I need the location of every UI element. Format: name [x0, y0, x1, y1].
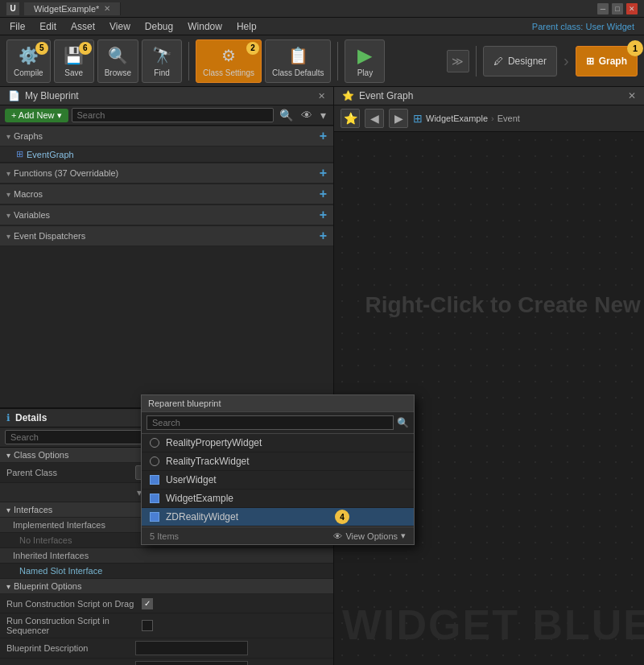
variables-add-button[interactable]: + — [320, 208, 327, 222]
reparent-circle-icon — [150, 438, 159, 448]
functions-section-header[interactable]: ▾ Functions (37 Overridable) + — [0, 163, 333, 184]
search-input[interactable] — [77, 110, 268, 120]
details-title: Details — [15, 412, 47, 423]
browse-icon: 🔍 — [105, 44, 130, 67]
event-dispatchers-section-header[interactable]: ▾ Event Dispatchers + — [0, 225, 333, 246]
nav-double-right[interactable]: ≫ — [447, 50, 469, 72]
add-new-dropdown-icon: ▾ — [57, 110, 62, 121]
bp-description-input[interactable] — [135, 641, 248, 655]
implemented-interfaces-label: Implemented Interfaces — [13, 520, 105, 530]
run-construction-sequencer-checkbox[interactable] — [142, 620, 153, 631]
toolbar-right: ≫ 🖊 Designer › 1 ⊞ Graph — [447, 46, 638, 76]
class-options-arrow: ▾ — [6, 451, 10, 460]
designer-label: Designer — [508, 56, 547, 67]
graph-button[interactable]: 1 ⊞ Graph — [576, 46, 638, 76]
reparent-item-1[interactable]: RealityTrackWidget — [142, 452, 414, 471]
play-button[interactable]: ▶ Play — [345, 39, 385, 83]
play-icon: ▶ — [352, 44, 378, 67]
compile-button[interactable]: 5 ⚙️ Compile — [6, 39, 51, 83]
event-dispatchers-label: Event Dispatchers — [14, 231, 85, 241]
designer-button[interactable]: 🖊 Designer — [483, 46, 557, 76]
maximize-button[interactable]: □ — [612, 3, 623, 14]
my-blueprint-tab[interactable]: 📄 My Blueprint ✕ — [0, 87, 333, 105]
breadcrumb-separator: › — [491, 114, 494, 123]
bp-category-input[interactable] — [135, 661, 248, 665]
view-options-arrow-icon: ▾ — [401, 531, 406, 541]
event-graph-tab[interactable]: ⭐ Event Graph ✕ — [334, 87, 644, 105]
inherited-interfaces-section: Inherited Interfaces — [0, 548, 333, 564]
compile-badge: 5 — [35, 42, 48, 55]
interfaces-label: Interfaces — [14, 505, 52, 514]
event-graph-item[interactable]: ⊞ EventGraph — [0, 147, 333, 163]
class-options-label: Class Options — [14, 450, 68, 460]
graph-back-button[interactable]: ◀ — [365, 109, 384, 128]
view-options-button[interactable]: 👁 View Options ▾ — [333, 531, 406, 541]
run-construction-drag-row: Run Construction Script on Drag — [0, 594, 333, 613]
my-blueprint-title: My Blueprint — [25, 90, 79, 101]
title-tab[interactable]: WidgetExample* ✕ — [24, 2, 121, 15]
my-blueprint-icon: 📄 — [8, 90, 20, 101]
event-graph-tab-close[interactable]: ✕ — [628, 90, 636, 101]
menu-window[interactable]: Window — [181, 19, 229, 34]
graph-home-button[interactable]: ⭐ — [341, 109, 360, 128]
toolbar-separator — [188, 42, 189, 81]
menu-file[interactable]: File — [3, 19, 31, 34]
reparent-item-3[interactable]: WidgetExample — [142, 489, 414, 508]
details-info-icon: ℹ — [6, 412, 10, 423]
functions-add-button[interactable]: + — [320, 166, 327, 180]
reparent-list: RealityPropertyWidget RealityTrackWidget… — [142, 434, 414, 527]
bp-options-header[interactable]: ▾ Blueprint Options — [0, 579, 333, 594]
graph-forward-button[interactable]: ▶ — [389, 109, 408, 128]
class-defaults-button[interactable]: 📋 Class Defaults — [265, 39, 331, 83]
view-options-eye-icon: 👁 — [333, 531, 342, 541]
event-graph-tab-label: Event Graph — [359, 90, 413, 101]
reparent-search-input[interactable] — [147, 415, 394, 430]
save-button[interactable]: 6 💾 Save — [54, 39, 94, 83]
menu-debug[interactable]: Debug — [138, 19, 180, 34]
reparent-item-label-4: ZDRealityWidget — [166, 511, 238, 522]
eye-icon[interactable]: 👁 — [299, 108, 315, 122]
graphs-add-button[interactable]: + — [320, 129, 327, 143]
breadcrumb: ⊞ WidgetExample › Event — [413, 112, 520, 125]
graphs-section-header[interactable]: ▾ Graphs + — [0, 126, 333, 147]
app-icon: U — [6, 2, 19, 15]
breadcrumb-widget[interactable]: WidgetExample — [426, 114, 488, 123]
find-button[interactable]: 🔭 Find — [142, 39, 182, 83]
reparent-item-label-1: RealityTrackWidget — [166, 456, 250, 467]
graph-badge: 1 — [627, 40, 643, 56]
my-blueprint-search[interactable] — [72, 108, 274, 122]
my-blueprint-close[interactable]: ✕ — [318, 91, 325, 101]
breadcrumb-grid-icon: ⊞ — [413, 112, 423, 125]
run-construction-drag-checkbox[interactable] — [142, 598, 153, 609]
event-dispatchers-add-button[interactable]: + — [320, 229, 327, 243]
reparent-item-2[interactable]: UserWidget — [142, 471, 414, 489]
add-new-button[interactable]: + Add New ▾ — [5, 109, 68, 122]
macros-add-button[interactable]: + — [320, 187, 327, 201]
inherited-interfaces-label: Inherited Interfaces — [13, 551, 89, 560]
event-dispatchers-arrow-icon: ▾ — [6, 232, 10, 241]
event-graph-label: EventGraph — [27, 150, 74, 159]
bp-category-row: Blueprint Category — [0, 659, 333, 665]
menu-view[interactable]: View — [103, 19, 137, 34]
reparent-square-icon-4 — [150, 512, 159, 522]
macros-section-header[interactable]: ▾ Macros + — [0, 184, 333, 204]
reparent-square-icon-2 — [150, 475, 159, 485]
variables-section-header[interactable]: ▾ Variables + — [0, 204, 333, 225]
run-construction-sequencer-row: Run Construction Script in Sequencer — [0, 613, 333, 638]
menu-edit[interactable]: Edit — [33, 19, 63, 34]
close-button[interactable]: ✕ — [626, 3, 638, 14]
menu-help[interactable]: Help — [230, 19, 263, 34]
search-icon[interactable]: 🔍 — [277, 108, 295, 122]
bp-description-label: Blueprint Description — [6, 643, 135, 653]
minimize-button[interactable]: ─ — [597, 3, 609, 14]
menu-asset[interactable]: Asset — [64, 19, 101, 34]
reparent-item-4[interactable]: ZDRealityWidget 4 — [142, 508, 414, 527]
menu-bar: File Edit Asset View Debug Window Help P… — [0, 18, 644, 35]
browse-button[interactable]: 🔍 Browse — [97, 39, 138, 83]
reparent-item-0[interactable]: RealityPropertyWidget — [142, 434, 414, 452]
filter-icon[interactable]: ▾ — [318, 108, 328, 122]
parent-class-link[interactable]: User Widget — [585, 22, 634, 31]
class-settings-button[interactable]: 2 ⚙ Class Settings — [196, 39, 262, 83]
tab-close-icon[interactable]: ✕ — [104, 4, 110, 13]
window-controls: ─ □ ✕ — [597, 3, 638, 14]
